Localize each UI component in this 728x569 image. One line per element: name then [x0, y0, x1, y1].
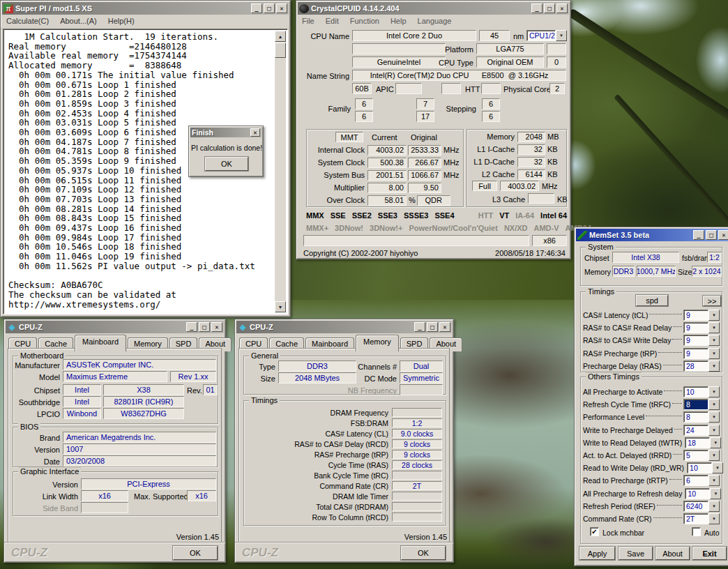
timing-dropdown[interactable]: 6240▼	[683, 501, 720, 512]
superpi-titlebar[interactable]: π Super PI / mod1.5 XS _ □ ✕	[2, 2, 289, 15]
mmt-button[interactable]: MMT	[335, 132, 363, 142]
chevron-down-icon[interactable]: ▼	[708, 361, 720, 372]
chevron-down-icon[interactable]: ▼	[708, 475, 720, 486]
chevron-down-icon[interactable]: ▼	[710, 437, 721, 448]
minimize-button[interactable]: _	[531, 3, 543, 13]
minimize-button[interactable]: _	[414, 322, 425, 332]
timing-dropdown[interactable]: 5▼	[683, 450, 720, 461]
cpu-name-value: Intel Core 2 Duo	[352, 30, 476, 41]
max-supported-label: Max. Supported	[134, 492, 188, 501]
chevron-down-icon[interactable]: ▼	[708, 450, 720, 461]
auto-checkbox[interactable]	[692, 527, 701, 536]
timing-label: Command Rate (CR)	[583, 515, 652, 523]
timing-dropdown[interactable]: 28▼	[683, 361, 720, 372]
chevron-down-icon[interactable]: ▼	[712, 462, 723, 473]
superpi-scrollbar[interactable]: ▲ ▼	[275, 31, 286, 312]
minimize-button[interactable]: _	[186, 322, 197, 332]
minimize-button[interactable]: _	[251, 3, 262, 13]
close-button[interactable]: ✕	[718, 230, 728, 240]
timing-label: Refresh Period (tREF)	[583, 502, 655, 510]
tab-mainboard[interactable]: Mainboard	[75, 335, 126, 351]
timing-dropdown[interactable]: 2T▼	[683, 513, 720, 524]
lock-mchbar-checkbox[interactable]: ✔	[590, 527, 599, 536]
timing-dropdown[interactable]: 9▼	[683, 335, 720, 346]
spd-button[interactable]: spd	[636, 295, 668, 306]
tab-memory[interactable]: Memory	[356, 335, 399, 351]
close-button[interactable]: ✕	[276, 3, 287, 13]
maximize-button[interactable]: □	[544, 3, 555, 13]
timing-dropdown[interactable]: 9▼	[683, 322, 720, 333]
exit-button[interactable]: Exit	[692, 547, 727, 560]
maximize-button[interactable]: □	[199, 322, 210, 332]
chevron-down-icon[interactable]: ▼	[708, 322, 720, 333]
finish-ok-button[interactable]: OK	[205, 157, 248, 171]
timing-dropdown[interactable]: 18▼	[685, 437, 721, 448]
scroll-down-icon[interactable]: ▼	[275, 301, 286, 312]
timing-dropdown[interactable]: 24▼	[683, 425, 720, 436]
chevron-down-icon[interactable]: ▼	[708, 399, 720, 410]
memset-timing-row: Act. to Act. Delayed (tRRD)5▼	[583, 449, 720, 461]
clock-row-label: Internal Clock	[310, 146, 365, 154]
menu-calculate[interactable]: Calculate(C)	[6, 17, 49, 29]
fsb-dram-value: 1:2	[707, 252, 722, 263]
close-icon[interactable]: ✕	[250, 128, 260, 137]
chevron-down-icon[interactable]: ▼	[556, 30, 567, 41]
window-title: CPU-Z	[250, 323, 412, 331]
chevron-down-icon[interactable]: ▼	[708, 310, 720, 321]
full-speed-button[interactable]: Full	[472, 181, 497, 191]
maximize-button[interactable]: □	[706, 230, 717, 240]
close-button[interactable]: ✕	[211, 322, 222, 332]
ok-button[interactable]: OK	[401, 546, 446, 560]
cpu-select-dropdown[interactable]: CPU1/2 ▼	[526, 30, 567, 41]
minimize-button[interactable]: _	[693, 230, 704, 240]
gfx-version-label: Version	[11, 480, 78, 489]
stepping-ext-value: 6	[482, 111, 500, 122]
menu-language[interactable]: Language	[418, 17, 452, 29]
scroll-up-icon[interactable]: ▲	[275, 31, 286, 42]
chipset-label: Chipset	[11, 386, 60, 395]
menu-about[interactable]: About...(A)	[60, 17, 97, 29]
close-button[interactable]: ✕	[439, 322, 450, 332]
chevron-down-icon[interactable]: ▼	[708, 513, 720, 524]
chevron-down-icon[interactable]: ▼	[708, 335, 720, 346]
clock-current-value: 4003.02	[367, 145, 407, 155]
chevron-down-icon[interactable]: ▼	[708, 411, 720, 423]
crystalcpuid-titlebar[interactable]: CrystalCPUID 4.14.2.404 _ □ ✕	[298, 2, 569, 15]
maximize-button[interactable]: □	[427, 322, 438, 332]
timing-dropdown[interactable]: 9▼	[683, 310, 720, 321]
timing-value	[392, 408, 442, 417]
chevron-down-icon[interactable]: ▼	[708, 425, 720, 436]
timing-dropdown[interactable]: 10▼	[685, 488, 721, 499]
timing-dropdown[interactable]: 6▼	[683, 475, 720, 486]
cpuz-titlebar[interactable]: ◆ CPU-Z _ □ ✕	[236, 321, 452, 333]
menu-edit[interactable]: Edit	[326, 17, 339, 29]
save-button[interactable]: Save	[619, 547, 653, 560]
memory-timing-row: RAS# to CAS# Delay (tRCD)9 clocks	[249, 439, 442, 449]
cpuz-titlebar[interactable]: ◆ CPU-Z _ □ ✕	[6, 321, 224, 333]
group-label: System	[586, 243, 616, 251]
maximize-button[interactable]: □	[264, 3, 275, 13]
menu-file[interactable]: File	[302, 17, 314, 29]
chevron-down-icon[interactable]: ▼	[708, 348, 720, 359]
feature-flag: NX/XD	[504, 224, 528, 232]
timing-dropdown[interactable]: 8▼	[683, 411, 720, 423]
chevron-down-icon[interactable]: ▼	[708, 386, 720, 397]
memset-titlebar[interactable]: MemSet 3.5 beta _ □ ✕	[576, 229, 728, 241]
chevron-down-icon[interactable]: ▼	[710, 488, 721, 499]
timing-dropdown[interactable]: 8▼	[683, 399, 720, 410]
expand-button[interactable]: >>	[703, 296, 721, 306]
clock-unit-label: MHz	[443, 171, 460, 179]
menu-help[interactable]: Help	[390, 17, 407, 29]
finish-titlebar[interactable]: Finish ✕	[190, 128, 261, 137]
timing-dropdown[interactable]: 10▼	[687, 462, 723, 473]
close-button[interactable]: ✕	[556, 3, 568, 13]
menu-help[interactable]: Help(H)	[108, 17, 135, 29]
ok-button[interactable]: OK	[173, 546, 218, 560]
chevron-down-icon[interactable]: ▼	[708, 501, 720, 512]
timing-dropdown[interactable]: 9▼	[683, 348, 720, 359]
apply-button[interactable]: Apply	[579, 547, 615, 560]
timing-dropdown[interactable]: 10▼	[683, 386, 720, 397]
menu-function[interactable]: Function	[350, 17, 379, 29]
scrollbar-thumb[interactable]	[275, 43, 286, 58]
about-button[interactable]: About	[655, 547, 690, 560]
